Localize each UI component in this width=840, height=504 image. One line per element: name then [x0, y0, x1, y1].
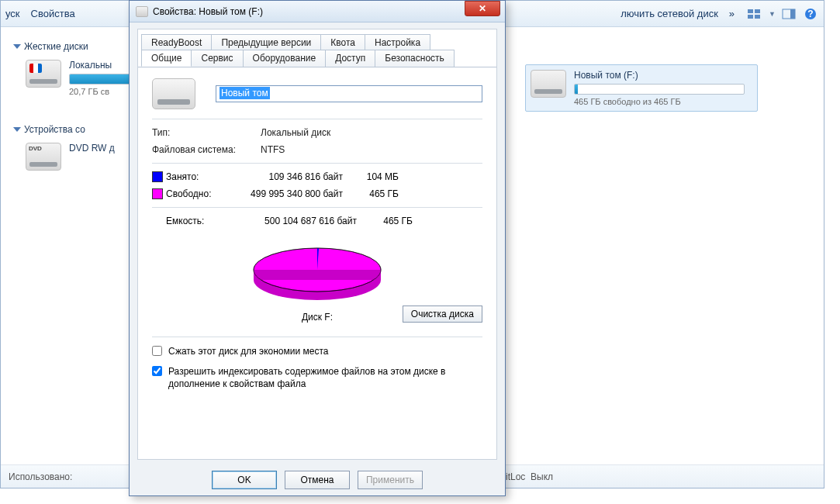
close-icon: ✕	[479, 3, 486, 14]
drive-tile-f[interactable]: Новый том (F:) 465 ГБ свободно из 465 ГБ	[525, 64, 758, 112]
type-label: Тип:	[152, 127, 261, 138]
toolbar-item-map-drive[interactable]: лючить сетевой диск	[620, 8, 718, 19]
tab-previous-versions[interactable]: Предыдущие версии	[211, 34, 321, 50]
toolbar-more[interactable]: »	[729, 8, 735, 19]
chevron-down-icon[interactable]: ▼	[769, 10, 776, 18]
tab-security[interactable]: Безопасность	[375, 50, 455, 67]
svg-rect-10	[254, 270, 381, 280]
close-button[interactable]: ✕	[465, 1, 500, 16]
tab-readyboost[interactable]: ReadyBoost	[141, 34, 212, 50]
volume-name-input[interactable]: Новый том	[216, 85, 482, 102]
help-icon[interactable]: ?	[802, 6, 819, 22]
type-value: Локальный диск	[261, 127, 482, 138]
capacity-bytes: 500 104 687 616 байт	[250, 216, 366, 226]
status-used: Использовано:	[9, 471, 72, 482]
drive-icon	[136, 6, 148, 17]
svg-rect-2	[748, 15, 753, 19]
svg-rect-3	[755, 15, 760, 19]
dialog-title: Свойства: Новый том (F:)	[153, 6, 263, 17]
svg-rect-0	[748, 9, 753, 13]
filesystem-label: Файловая система:	[152, 144, 261, 155]
used-label: Занято:	[166, 171, 236, 182]
drive-icon	[152, 78, 195, 109]
tab-row-primary: Общие Сервис Оборудование Доступ Безопас…	[138, 50, 496, 67]
dvd-drive-icon: DVD	[26, 143, 61, 171]
free-human: 465 ГБ	[352, 188, 399, 199]
filesystem-value: NTFS	[261, 144, 482, 155]
collapse-icon	[13, 127, 21, 132]
drive-free-text: 465 ГБ свободно из 465 ГБ	[574, 97, 752, 106]
tab-row-secondary: ReadyBoost Предыдущие версии Квота Настр…	[138, 34, 496, 50]
used-color-swatch	[152, 171, 163, 182]
tab-hardware[interactable]: Оборудование	[243, 50, 327, 67]
capacity-human: 465 ГБ	[366, 216, 413, 226]
tab-sharing[interactable]: Доступ	[325, 50, 375, 67]
toolbar-item-properties[interactable]: Свойства	[31, 8, 75, 19]
svg-rect-5	[790, 9, 795, 19]
drive-icon	[531, 70, 566, 98]
tab-general[interactable]: Общие	[141, 50, 192, 67]
preview-pane-icon[interactable]	[780, 6, 797, 22]
disk-usage-chart: Диск F: Очистка диска	[152, 237, 482, 323]
tab-customize[interactable]: Настройка	[365, 34, 430, 50]
used-bytes: 109 346 816 байт	[236, 171, 352, 182]
view-icon-thumbnails[interactable]	[745, 6, 762, 22]
index-label: Разрешить индексировать содержимое файло…	[168, 365, 482, 390]
drive-name: Новый том (F:)	[574, 70, 752, 81]
index-checkbox[interactable]	[152, 366, 162, 376]
drive-icon	[26, 60, 61, 88]
free-bytes: 499 995 340 800 байт	[236, 188, 352, 199]
dialog-body: ReadyBoost Предыдущие версии Квота Настр…	[137, 29, 497, 460]
svg-rect-1	[755, 9, 760, 13]
compress-label: Сжать этот диск для экономии места	[168, 345, 328, 357]
tab-pane-general: Новый том Тип: Локальный диск Файловая с…	[138, 67, 496, 453]
dialog-button-row: OK Отмена Применить	[130, 471, 505, 489]
section-label: Устройства со	[24, 124, 85, 135]
toolbar-view-icons: ▼ ?	[745, 6, 819, 22]
compress-checkbox[interactable]	[152, 346, 162, 356]
tab-tools[interactable]: Сервис	[191, 50, 243, 67]
free-label: Свободно:	[166, 188, 236, 199]
collapse-icon	[13, 44, 21, 49]
ok-button[interactable]: OK	[212, 471, 277, 489]
properties-dialog: Свойства: Новый том (F:) ✕ ReadyBoost Пр…	[129, 0, 506, 496]
svg-text:?: ?	[807, 9, 813, 19]
disk-cleanup-button[interactable]: Очистка диска	[403, 306, 482, 323]
capacity-label: Емкость:	[166, 216, 250, 226]
apply-button[interactable]: Применить	[358, 471, 423, 489]
drive-capacity-bar	[574, 84, 745, 95]
used-human: 104 МБ	[352, 171, 399, 182]
dialog-titlebar[interactable]: Свойства: Новый том (F:) ✕	[130, 1, 505, 22]
section-label: Жесткие диски	[24, 41, 88, 52]
tab-quota[interactable]: Квота	[320, 34, 365, 50]
status-bitlocker-value: Выкл	[531, 471, 553, 482]
free-color-swatch	[152, 188, 163, 199]
toolbar-item-start[interactable]: уск	[5, 8, 20, 19]
cancel-button[interactable]: Отмена	[285, 471, 350, 489]
